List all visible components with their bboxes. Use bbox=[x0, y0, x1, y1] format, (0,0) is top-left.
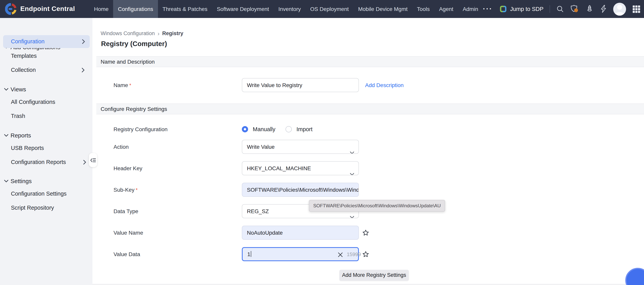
sidebar-section-reports[interactable]: Reports bbox=[10, 131, 31, 140]
registry-configuration-label: Registry Configuration bbox=[114, 125, 168, 133]
sidebar-item-configuration-settings[interactable]: Configuration Settings bbox=[11, 189, 66, 198]
favorite-star-icon[interactable] bbox=[362, 229, 369, 237]
avatar-body bbox=[615, 12, 625, 16]
main-menu: Home Configurations Threats & Patches So… bbox=[89, 0, 483, 18]
section-header-configure-registry: Configure Registry Settings bbox=[96, 103, 644, 114]
sidebar-section-views[interactable]: Views bbox=[10, 85, 26, 94]
nav-overflow-menu[interactable]: ··· bbox=[483, 0, 493, 18]
section-header-name-description: Name and Description bbox=[96, 56, 644, 67]
header-key-label: Header Key bbox=[114, 164, 142, 172]
breadcrumb: Windows Configuration › Registry bbox=[101, 31, 183, 37]
required-asterisk: * bbox=[129, 82, 131, 88]
required-asterisk: * bbox=[136, 187, 138, 193]
security-shield-icon[interactable] bbox=[570, 5, 580, 13]
value-data-value: 1 bbox=[247, 251, 250, 257]
user-avatar[interactable] bbox=[614, 3, 626, 16]
radio-import-label[interactable]: Import bbox=[296, 126, 312, 132]
sidebar-item-collection[interactable]: Collection bbox=[11, 66, 36, 74]
chevron-right-icon bbox=[83, 158, 86, 166]
nav-item-tools[interactable]: Tools bbox=[412, 0, 434, 18]
breadcrumb-parent[interactable]: Windows Configuration bbox=[101, 31, 155, 37]
value-data-label: Value Data bbox=[114, 250, 140, 258]
char-counter: 15999 bbox=[347, 251, 362, 257]
rocket-icon[interactable] bbox=[586, 5, 594, 13]
nav-divider bbox=[550, 5, 550, 13]
brand-name: Endpoint Central bbox=[20, 5, 75, 13]
brand[interactable]: Endpoint Central bbox=[0, 3, 80, 15]
sidebar: Add Configurations Configuration Templat… bbox=[0, 18, 92, 285]
sdp-logo-icon bbox=[499, 5, 508, 13]
nav-item-home[interactable]: Home bbox=[89, 0, 113, 18]
nav-item-threats-patches[interactable]: Threats & Patches bbox=[158, 0, 212, 18]
data-type-select-value: REG_SZ bbox=[247, 208, 269, 214]
chevron-down-icon[interactable] bbox=[4, 131, 8, 140]
sidebar-item-script-repository[interactable]: Script Repository bbox=[11, 203, 54, 212]
breadcrumb-current: Registry bbox=[162, 31, 183, 37]
nav-right-cluster: ··· Jump to SDP bbox=[483, 0, 644, 18]
search-icon[interactable] bbox=[556, 5, 564, 13]
header-key-select-value: HKEY_LOCAL_MACHINE bbox=[247, 165, 311, 171]
sidebar-item-templates[interactable]: Templates bbox=[11, 52, 37, 60]
add-more-registry-settings-button[interactable]: Add More Registry Settings bbox=[339, 270, 409, 281]
value-name-input[interactable]: NoAutoUpdate bbox=[242, 226, 359, 240]
clear-input-icon[interactable] bbox=[338, 252, 343, 259]
sidebar-item-configuration-reports[interactable]: Configuration Reports bbox=[11, 158, 66, 166]
action-select-value: Write Value bbox=[247, 144, 274, 150]
add-description-link[interactable]: Add Description bbox=[365, 81, 404, 89]
sidebar-collapse-button[interactable] bbox=[89, 153, 97, 167]
nav-item-mobile-device-mgmt[interactable]: Mobile Device Mgmt bbox=[354, 0, 412, 18]
sub-key-label: Sub-Key* bbox=[114, 186, 138, 194]
action-select[interactable]: Write Value bbox=[242, 140, 359, 154]
text-caret bbox=[251, 251, 252, 257]
action-label: Action bbox=[114, 143, 129, 151]
nav-item-software-deployment[interactable]: Software Deployment bbox=[212, 0, 274, 18]
avatar-head bbox=[617, 5, 622, 10]
collapse-sidebar-icon bbox=[90, 158, 96, 163]
sidebar-item-all-configurations[interactable]: All Configurations bbox=[11, 98, 55, 106]
data-type-label: Data Type bbox=[114, 207, 138, 215]
top-navbar: Endpoint Central Home Configurations Thr… bbox=[0, 0, 644, 18]
sub-key-tooltip: SOFTWARE\Policies\Microsoft\Windows\Wind… bbox=[309, 200, 445, 212]
header-key-select[interactable]: HKEY_LOCAL_MACHINE bbox=[242, 161, 359, 175]
chevron-down-icon bbox=[350, 146, 354, 154]
chevron-down-icon bbox=[350, 167, 354, 175]
chevron-right-icon bbox=[82, 66, 85, 74]
nav-item-agent[interactable]: Agent bbox=[434, 0, 458, 18]
sidebar-section-settings[interactable]: Settings bbox=[10, 177, 32, 185]
chevron-down-icon[interactable] bbox=[4, 177, 8, 185]
nav-item-admin[interactable]: Admin bbox=[458, 0, 483, 18]
favorite-star-icon[interactable] bbox=[362, 251, 369, 259]
endpoint-central-logo-icon bbox=[5, 3, 17, 15]
radio-manually[interactable] bbox=[242, 126, 248, 132]
jump-to-sdp-button[interactable]: Jump to SDP bbox=[499, 5, 544, 13]
name-input[interactable]: Write Value to Registry bbox=[242, 78, 359, 92]
help-floating-button[interactable] bbox=[625, 268, 644, 285]
apps-grid-icon[interactable] bbox=[632, 5, 641, 13]
breadcrumb-separator-icon: › bbox=[158, 31, 160, 37]
value-name-label: Value Name bbox=[114, 229, 143, 237]
footer-strip bbox=[92, 284, 644, 285]
sidebar-item-configuration[interactable]: Configuration bbox=[3, 35, 90, 48]
whats-new-lightning-icon[interactable] bbox=[600, 5, 607, 13]
chevron-right-icon bbox=[82, 35, 85, 48]
sub-key-input[interactable]: SOFTWARE\Policies\Microsoft\Windows\Wind… bbox=[242, 183, 359, 197]
name-label: Name* bbox=[114, 81, 131, 89]
chevron-down-icon[interactable] bbox=[4, 85, 8, 94]
page-title: Registry (Computer) bbox=[101, 40, 167, 48]
app-window: Endpoint Central Home Configurations Thr… bbox=[0, 0, 644, 285]
nav-item-os-deployment[interactable]: OS Deployment bbox=[306, 0, 354, 18]
sidebar-item-label: Configuration bbox=[11, 35, 45, 48]
sidebar-item-usb-reports[interactable]: USB Reports bbox=[11, 144, 44, 152]
sidebar-item-trash[interactable]: Trash bbox=[11, 112, 25, 120]
registry-configuration-radio-group: Manually Import bbox=[242, 125, 318, 133]
radio-import[interactable] bbox=[286, 126, 292, 132]
jump-to-sdp-label: Jump to SDP bbox=[510, 6, 544, 12]
nav-item-inventory[interactable]: Inventory bbox=[274, 0, 306, 18]
radio-manually-label[interactable]: Manually bbox=[253, 126, 276, 132]
nav-item-configurations[interactable]: Configurations bbox=[113, 0, 158, 18]
